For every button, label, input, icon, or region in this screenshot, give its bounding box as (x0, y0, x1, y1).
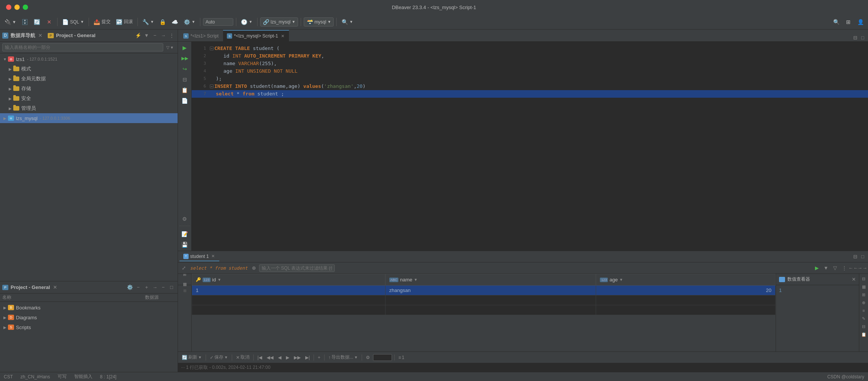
editor-restore[interactable]: ⊟ (851, 34, 859, 41)
fold-btn-6[interactable]: − (210, 84, 214, 88)
project-minus[interactable]: − (134, 284, 142, 291)
rt-config-btn[interactable]: ⋮ (840, 264, 848, 272)
project-collapse2[interactable]: − (159, 284, 167, 291)
project-maximize[interactable]: □ (168, 284, 175, 291)
diagrams-item[interactable]: ▶ D Diagrams (0, 312, 178, 322)
layout-button[interactable]: ⊞ (843, 18, 854, 26)
nav-collapse-btn[interactable]: − (151, 32, 159, 39)
db-selector[interactable]: 🔗 lzs_mysql ▼ (260, 17, 298, 27)
nav-last-btn[interactable]: ▶| (304, 354, 311, 361)
vi-side-2[interactable]: ▦ (860, 283, 867, 290)
gutter-log-btn[interactable]: 📝 (180, 230, 189, 239)
vi-side-6[interactable]: ✎ (860, 315, 867, 322)
sql-button[interactable]: 📄 SQL ▼ (60, 18, 86, 26)
rt-toggle-btn[interactable]: ⊕ (250, 264, 258, 272)
id-sort-icon[interactable]: ▼ (217, 278, 221, 282)
results-restore[interactable]: ⊟ (851, 253, 859, 261)
table-row-1[interactable]: 1 zhangsan 20 (192, 286, 776, 295)
vi-side-1[interactable]: ⊟ (860, 275, 867, 282)
nav-prev-btn[interactable]: ◀ (276, 354, 283, 361)
refresh-btn[interactable]: 🔄 刷新 ▼ (180, 353, 203, 361)
run-button[interactable]: ▶ (180, 43, 189, 52)
db-search-input[interactable] (2, 43, 163, 52)
tree-item-security[interactable]: ▶ 安全 (0, 94, 178, 103)
vi-side-5[interactable]: ≡ (860, 307, 867, 314)
limit-input[interactable]: 200 (373, 354, 392, 361)
row-count-btn[interactable]: ≡ 1 (397, 354, 406, 361)
global-search-button[interactable]: 🔍 (831, 18, 841, 26)
project-settings[interactable]: ⚙️ (126, 284, 134, 291)
project-refresh2[interactable]: → (151, 284, 159, 291)
result-tab-close[interactable]: ✕ (210, 254, 215, 259)
name-sort-icon[interactable]: ▼ (414, 278, 418, 282)
vi-side-8[interactable]: 📋 (860, 331, 867, 338)
run-selected-button[interactable]: ↪ (180, 64, 189, 73)
tree-item-schema[interactable]: ▶ 模式 (0, 64, 178, 74)
rt-nav-left2[interactable]: ←← (849, 264, 857, 272)
filter-button[interactable]: ▽ ▼ (165, 44, 175, 51)
result-tab-student[interactable]: T student 1 ✕ (180, 252, 219, 261)
tab-lzs1-script[interactable]: S *<lzs1> Script (180, 30, 222, 41)
results-panel-button[interactable]: 📄 (180, 96, 189, 105)
explain-button[interactable]: 📋 (180, 86, 189, 95)
rt-nav-right2[interactable]: →→ (858, 264, 866, 272)
save-btn[interactable]: ✓ 保存 ▼ (208, 353, 229, 361)
export-btn[interactable]: ↑ 导出数据... ▼ (327, 353, 359, 361)
minimize-button[interactable] (14, 5, 20, 10)
tree-item-admin[interactable]: ▶ 管理员 (0, 103, 178, 113)
nav-expand-btn[interactable]: → (159, 32, 167, 39)
editor-maximize[interactable]: □ (859, 34, 866, 41)
cancel-edit-btn[interactable]: ✕ 取消 (234, 353, 251, 361)
add-row-btn[interactable]: + (316, 354, 322, 361)
rollback-button[interactable]: ↩️ 回滚 (114, 18, 135, 26)
age-sort-icon[interactable]: ▼ (619, 278, 623, 282)
gutter-filter-icon[interactable]: ⊞ (180, 286, 189, 295)
settings-gutter-btn[interactable]: ⚙ (180, 214, 189, 223)
submit-button[interactable]: 📤 提交 (92, 18, 112, 26)
nav-prev-page-btn[interactable]: ◀◀ (265, 354, 275, 361)
stop-exec-button[interactable]: ⊟ (180, 75, 189, 84)
new-connection-button[interactable]: 🔌 ▼ (2, 18, 18, 26)
nav-next-btn[interactable]: ▶ (284, 354, 291, 361)
lock-button[interactable]: 🔒 (158, 18, 168, 26)
vi-side-4[interactable]: ⊕ (860, 299, 867, 306)
tab2-close[interactable]: ✕ (280, 33, 285, 39)
fold-btn-1[interactable]: − (210, 47, 214, 50)
close-button[interactable] (6, 5, 11, 10)
tree-item-storage[interactable]: ▶ 存储 (0, 84, 178, 94)
vi-side-7[interactable]: ⊟ (860, 323, 867, 330)
nav-first-btn[interactable]: |◀ (256, 354, 264, 361)
scripts-item[interactable]: ▶ S Scripts (0, 322, 178, 332)
results-filter-input[interactable] (259, 264, 335, 272)
settings-results-btn[interactable]: ⚙ (364, 354, 372, 361)
gutter-table-icon[interactable]: ⊞ (180, 274, 189, 279)
user-avatar[interactable]: 👤 (855, 18, 866, 26)
tree-item-lzs1[interactable]: ▼ O lzs1 - 127.0.0.1:1521 (0, 54, 178, 64)
project-panel-close[interactable]: ✕ (53, 284, 57, 290)
nav-next-page-btn[interactable]: ▶▶ (292, 354, 302, 361)
rt-filter-btn[interactable]: ▽ (831, 264, 839, 272)
maximize-button[interactable] (23, 5, 28, 10)
db-nav-close[interactable]: ✕ (38, 33, 42, 38)
cancel-button[interactable]: ✕ (44, 18, 55, 26)
tree-item-lzs-mysql[interactable]: ▶ M lzs_mysql - 127.0.0.1:3306 (0, 113, 178, 123)
config-button[interactable]: ⚙️ ▼ (182, 18, 197, 26)
vi-side-3[interactable]: ⊞ (860, 291, 867, 298)
nav-menu-btn[interactable]: ⋮ (168, 32, 175, 39)
vi-close-btn[interactable]: ✕ (852, 276, 856, 282)
transaction-mode-select[interactable]: Auto (203, 18, 233, 26)
gutter-save-btn[interactable]: 💾 (180, 240, 189, 249)
nav-config-btn[interactable]: ▼ (143, 32, 150, 39)
rt-expand-btn[interactable]: ⤢ (180, 264, 188, 272)
project-plus[interactable]: + (143, 284, 150, 291)
schema-selector[interactable]: 🗃️ mysql ▼ (304, 17, 334, 27)
open-db-button[interactable]: 🗄️ (20, 18, 30, 26)
bookmarks-item[interactable]: ▶ B Bookmarks (0, 303, 178, 312)
history-button[interactable]: 🕐 ▼ (239, 18, 254, 26)
cloud-button[interactable]: ☁️ (170, 18, 180, 26)
code-editor-area[interactable]: 1 − CREATE TABLE student ( 2 id INT AUTO… (192, 42, 868, 251)
tab-lzs-mysql-script1[interactable]: S *<lzs_mysql> Script-1 ✕ (223, 30, 289, 41)
nav-refresh-btn[interactable]: ⚡ (134, 32, 142, 39)
search-query-button[interactable]: 🔍 ▼ (339, 18, 355, 26)
tree-item-global-meta[interactable]: ▶ 全局元数据 (0, 74, 178, 84)
